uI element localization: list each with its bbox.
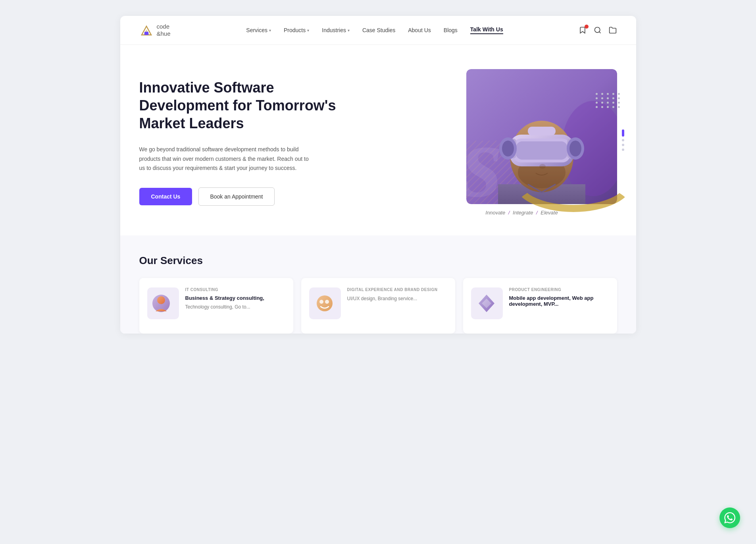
nav-link-talk[interactable]: Talk With Us xyxy=(470,26,503,34)
scroll-dot xyxy=(622,149,624,151)
notification-badge xyxy=(585,25,589,29)
service-label-product: PRODUCT ENGINEERING xyxy=(509,287,609,292)
service-label-digital: DIGITAL EXPERIENCE AND BRAND DESIGN xyxy=(347,287,438,292)
nav-item-about[interactable]: About Us xyxy=(408,27,431,33)
logo[interactable]: code &hue xyxy=(139,23,171,37)
service-icon-product xyxy=(471,287,503,319)
whatsapp-icon xyxy=(724,512,735,523)
nav-item-case-studies[interactable]: Case Studies xyxy=(362,27,395,33)
logo-icon xyxy=(139,23,154,37)
service-name-product: Mobile app development, Web app developm… xyxy=(509,295,609,307)
service-desc-digital: UI/UX design, Branding service... xyxy=(347,295,438,302)
hero-illustration: s xyxy=(466,69,617,204)
service-card-product[interactable]: PRODUCT ENGINEERING Mobile app developme… xyxy=(463,278,617,334)
search-icon xyxy=(594,26,602,34)
svg-rect-18 xyxy=(528,127,556,135)
chevron-down-icon: ▾ xyxy=(348,28,350,33)
nav-link-industries[interactable]: Industries ▾ xyxy=(322,27,350,33)
whatsapp-button[interactable] xyxy=(719,507,740,528)
book-appointment-button[interactable]: Book an Appointment xyxy=(198,187,274,206)
hero-content-right: s xyxy=(427,69,617,216)
service-icon-it xyxy=(147,287,179,319)
svg-point-29 xyxy=(319,300,323,304)
folder-icon xyxy=(609,26,617,34)
scroll-indicator xyxy=(622,129,624,151)
scroll-dot xyxy=(622,139,624,141)
nav-link-blogs[interactable]: Blogs xyxy=(444,27,458,33)
service-name-it: Business & Strategy consulting, xyxy=(185,295,264,301)
svg-rect-2 xyxy=(144,32,148,35)
hero-image: s xyxy=(466,69,617,204)
svg-rect-17 xyxy=(516,141,567,160)
service-card-digital[interactable]: DIGITAL EXPERIENCE AND BRAND DESIGN UI/U… xyxy=(301,278,455,334)
nav-link-case-studies[interactable]: Case Studies xyxy=(362,27,395,33)
nav-item-blogs[interactable]: Blogs xyxy=(444,27,458,33)
nav-item-products[interactable]: Products ▾ xyxy=(284,27,309,33)
logo-text: code &hue xyxy=(157,23,171,37)
services-title: Our Services xyxy=(139,255,617,267)
navbar: code &hue Services ▾ Products ▾ xyxy=(120,16,636,45)
svg-text:s: s xyxy=(466,104,502,204)
scroll-dot xyxy=(622,129,624,137)
nav-links: Services ▾ Products ▾ Industries ▾ xyxy=(246,26,503,34)
digital-experience-icon xyxy=(312,291,338,316)
nav-link-products[interactable]: Products ▾ xyxy=(284,27,309,33)
nav-icons xyxy=(579,26,617,34)
nav-item-industries[interactable]: Industries ▾ xyxy=(322,27,350,33)
hero-title: Innovative Software Development for Tomo… xyxy=(139,79,346,132)
contact-us-button[interactable]: Contact Us xyxy=(139,188,192,205)
svg-point-3 xyxy=(595,27,600,33)
service-desc-it: Technology consulting, Go to... xyxy=(185,303,264,311)
svg-line-4 xyxy=(599,32,601,33)
bookmark-button[interactable] xyxy=(579,26,587,34)
nav-item-services[interactable]: Services ▾ xyxy=(246,27,271,33)
nav-link-about[interactable]: About Us xyxy=(408,27,431,33)
svg-point-23 xyxy=(502,141,514,156)
svg-point-24 xyxy=(569,141,581,156)
decorative-dots xyxy=(596,93,621,108)
nav-item-talk[interactable]: Talk With Us xyxy=(470,26,503,34)
product-engineering-icon xyxy=(474,291,500,316)
hero-image-container: s xyxy=(427,69,617,204)
scroll-dot xyxy=(622,144,624,146)
service-icon-digital xyxy=(309,287,341,319)
svg-point-27 xyxy=(157,296,165,304)
service-content-it: IT CONSULTING Business & Strategy consul… xyxy=(185,287,264,311)
service-label-it: IT CONSULTING xyxy=(185,287,264,292)
svg-point-30 xyxy=(325,300,329,304)
services-section: Our Services xyxy=(120,235,636,334)
hero-section: Innovative Software Development for Tomo… xyxy=(120,45,636,235)
service-content-digital: DIGITAL EXPERIENCE AND BRAND DESIGN UI/U… xyxy=(347,287,438,302)
chevron-down-icon: ▾ xyxy=(307,28,309,33)
hero-content-left: Innovative Software Development for Tomo… xyxy=(139,79,346,206)
svg-point-28 xyxy=(317,295,333,311)
folder-button[interactable] xyxy=(609,26,617,34)
hero-buttons: Contact Us Book an Appointment xyxy=(139,187,346,206)
svg-point-25 xyxy=(539,164,546,169)
hero-description: We go beyond traditional software develo… xyxy=(139,145,314,173)
service-card-it[interactable]: IT CONSULTING Business & Strategy consul… xyxy=(139,278,293,334)
search-button[interactable] xyxy=(594,26,602,34)
services-grid: IT CONSULTING Business & Strategy consul… xyxy=(139,278,617,334)
service-content-product: PRODUCT ENGINEERING Mobile app developme… xyxy=(509,287,609,309)
it-consulting-icon xyxy=(150,291,176,316)
chevron-down-icon: ▾ xyxy=(269,28,271,33)
nav-link-services[interactable]: Services ▾ xyxy=(246,27,271,33)
